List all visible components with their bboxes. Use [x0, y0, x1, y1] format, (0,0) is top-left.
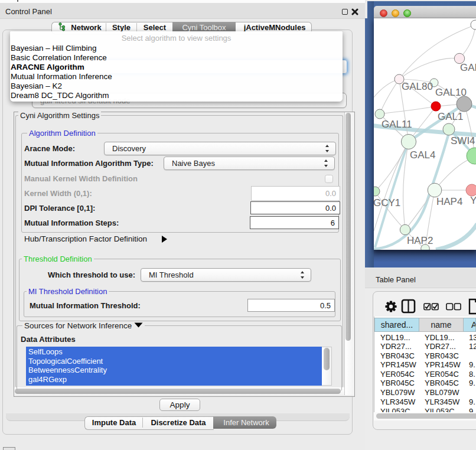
svg-text:YE: YE — [470, 195, 476, 206]
svg-text:GAL2: GAL2 — [460, 62, 476, 73]
svg-text:GAL1: GAL1 — [438, 111, 463, 122]
svg-text:GAL4: GAL4 — [410, 149, 435, 161]
svg-text:GAL10: GAL10 — [435, 87, 467, 98]
svg-text:HAP2: HAP2 — [407, 235, 433, 246]
svg-text:SWI4: SWI4 — [451, 135, 475, 146]
svg-text:GCY1: GCY1 — [374, 197, 400, 208]
svg-text:HAP4: HAP4 — [436, 196, 462, 207]
svg-text:GAL11: GAL11 — [382, 119, 412, 130]
svg-text:GAL80: GAL80 — [402, 81, 433, 92]
